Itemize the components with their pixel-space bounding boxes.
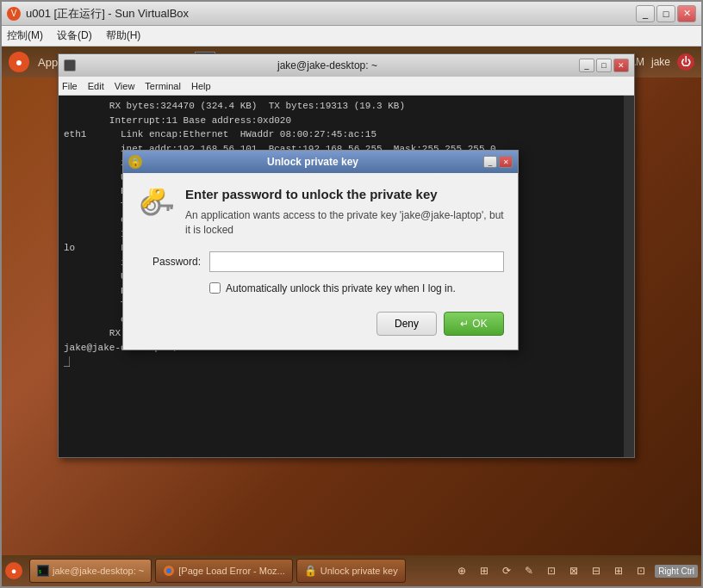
terminal-menu-terminal[interactable]: Terminal	[145, 81, 181, 91]
dialog-titlebar: 🔒 Unlock private key _ ✕	[123, 151, 518, 173]
terminal-minimize-button[interactable]: _	[579, 59, 594, 72]
terminal-cursor-line: █	[64, 355, 629, 369]
vbox-titlebar-left: V u001 [正在运行] - Sun VirtualBox	[7, 6, 189, 22]
dialog-controls: _ ✕	[483, 156, 513, 168]
taskbar-icon-1[interactable]: ⊕	[453, 562, 470, 579]
vbox-window-controls: _ □ ✕	[636, 5, 696, 22]
panel-user: jake	[651, 56, 670, 68]
password-input[interactable]	[209, 251, 504, 272]
vbox-title: u001 [正在运行] - Sun VirtualBox	[26, 6, 189, 22]
terminal-maximize-button[interactable]: □	[596, 59, 612, 72]
dialog-title: Unlock private key	[142, 156, 483, 168]
terminal-line-2: Interrupt:11 Base address:0xd020	[64, 114, 629, 128]
taskbar-right-ctrl: Right Ctrl	[655, 565, 698, 578]
ubuntu-logo-icon: ●	[9, 52, 29, 72]
svg-text:$: $	[39, 569, 41, 574]
password-label: Password:	[140, 256, 201, 268]
dialog-heading: Enter password to unlock the private key	[185, 187, 504, 201]
terminal-title: jake@jake-desktop: ~	[76, 59, 579, 71]
terminal-line-4: eth1 Link encap:Ethernet HWaddr 08:00:27…	[64, 127, 629, 142]
dialog-minimize-button[interactable]: _	[483, 156, 497, 168]
vbox-menu-devices[interactable]: 设备(D)	[57, 28, 92, 43]
vbox-close-button[interactable]: ✕	[677, 5, 696, 22]
taskbar-lock-icon: 🔒	[304, 565, 317, 577]
auto-unlock-checkbox[interactable]	[209, 282, 221, 294]
vbox-minimize-button[interactable]: _	[636, 5, 655, 22]
taskbar-icon-8[interactable]: ⊡	[632, 562, 650, 579]
taskbar-icon-4[interactable]: ⊡	[543, 562, 560, 579]
unlock-dialog: 🔒 Unlock private key _ ✕	[122, 150, 519, 350]
ok-enter-icon: ↵	[460, 318, 469, 330]
terminal-menu-file[interactable]: File	[62, 81, 78, 91]
taskbar-item-terminal[interactable]: $ jake@jake-desktop: ~	[29, 559, 152, 583]
panel-power-button[interactable]: ⏻	[677, 53, 694, 71]
taskbar-item-unlock[interactable]: 🔒 Unlock private key	[296, 559, 406, 583]
vbox-maximize-button[interactable]: □	[656, 5, 675, 22]
password-field-row: Password:	[137, 251, 504, 272]
taskbar-browser-icon	[163, 565, 175, 577]
terminal-scrollbar[interactable]	[624, 96, 634, 457]
ubuntu-desktop: ● Applications Places System ▶_ ? ↖	[2, 46, 701, 555]
dialog-header: 🔑 Enter password to unlock the private k…	[137, 187, 504, 238]
auto-unlock-label: Automatically unlock this private key wh…	[226, 282, 456, 294]
deny-button[interactable]: Deny	[376, 312, 437, 336]
key-icon: 🔑	[137, 187, 175, 228]
terminal-window-icon	[64, 59, 76, 71]
terminal-menu-help[interactable]: Help	[191, 81, 211, 91]
taskbar-terminal-icon: $	[37, 565, 49, 577]
ok-button[interactable]: ↵ OK	[444, 312, 504, 336]
svg-point-17	[166, 568, 171, 573]
dialog-lock-icon: 🔒	[128, 155, 142, 169]
terminal-menu-view[interactable]: View	[115, 81, 135, 91]
taskbar-icon-5[interactable]: ⊠	[565, 562, 582, 579]
auto-unlock-row: Automatically unlock this private key wh…	[137, 282, 504, 294]
vbox-menubar: 控制(M) 设备(D) 帮助(H)	[2, 26, 701, 46]
taskbar-icon-6[interactable]: ⊟	[588, 562, 605, 579]
ok-label: OK	[472, 318, 487, 330]
taskbar-item-browser[interactable]: [Page Load Error - Moz...	[155, 559, 293, 583]
dialog-body: 🔑 Enter password to unlock the private k…	[123, 173, 518, 350]
terminal-line-1: RX bytes:324470 (324.4 KB) TX bytes:1931…	[64, 99, 629, 114]
vbox-menu-control[interactable]: 控制(M)	[7, 28, 43, 43]
dialog-close-button[interactable]: ✕	[499, 156, 513, 168]
terminal-window-controls: _ □ ✕	[579, 59, 629, 72]
terminal-menu: File Edit View Terminal Help	[59, 77, 634, 96]
vbox-logo-icon: V	[7, 7, 21, 21]
taskbar-unlock-label: Unlock private key	[320, 566, 398, 576]
svg-text:🔑: 🔑	[140, 189, 166, 209]
taskbar-icon-2[interactable]: ⊞	[476, 562, 493, 579]
terminal-title-left	[64, 59, 76, 71]
dialog-buttons: Deny ↵ OK	[137, 308, 504, 336]
taskbar-right: ⊕ ⊞ ⟳ ✎ ⊡ ⊠ ⊟ ⊞ ⊡ Right Ctrl	[453, 562, 698, 579]
taskbar-icon-3[interactable]: ✎	[520, 562, 538, 579]
dialog-desc: An application wants access to the priva…	[185, 208, 504, 238]
vbox-menu-help[interactable]: 帮助(H)	[106, 28, 141, 43]
taskbar-browser-label: [Page Load Error - Moz...	[178, 566, 285, 576]
taskbar-network-icon[interactable]: ⟳	[498, 562, 515, 579]
terminal-menu-edit[interactable]: Edit	[88, 81, 104, 91]
taskbar-terminal-label: jake@jake-desktop: ~	[53, 566, 144, 576]
vbox-window: V u001 [正在运行] - Sun VirtualBox _ □ ✕ 控制(…	[0, 0, 703, 588]
terminal-titlebar: jake@jake-desktop: ~ _ □ ✕	[59, 54, 634, 77]
terminal-close-button[interactable]: ✕	[613, 59, 629, 72]
taskbar-ubuntu-icon: ●	[5, 562, 22, 579]
vbox-titlebar: V u001 [正在运行] - Sun VirtualBox _ □ ✕	[2, 2, 701, 26]
taskbar: ● $ jake@jake-desktop: ~ [Page Load Erro…	[2, 555, 701, 586]
taskbar-icon-7[interactable]: ⊞	[610, 562, 627, 579]
dialog-text-block: Enter password to unlock the private key…	[185, 187, 504, 238]
